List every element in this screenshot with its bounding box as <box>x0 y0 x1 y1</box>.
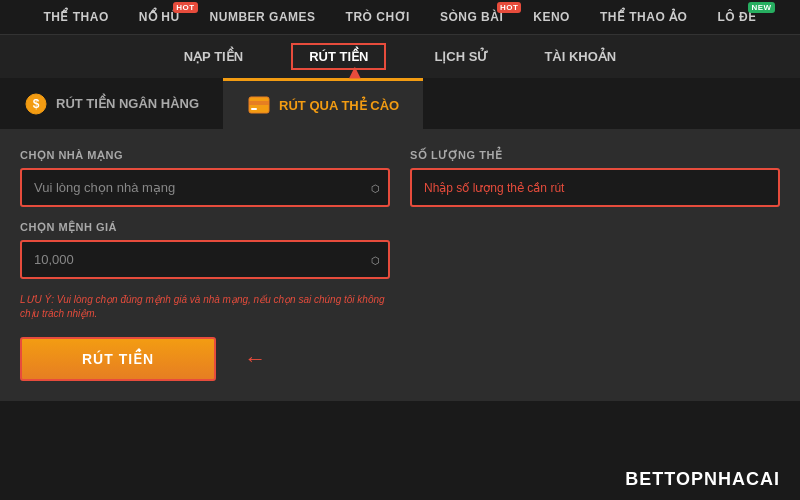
svg-rect-3 <box>249 101 269 105</box>
card-icon <box>247 93 271 117</box>
nha-mang-group: CHỌN NHÀ MẠNG Vui lòng chọn nhà mạng Vie… <box>20 149 390 207</box>
svg-rect-4 <box>251 108 257 110</box>
so-luong-input[interactable] <box>410 168 780 207</box>
main-content: $ RÚT TIỀN NGÂN HÀNG RÚT QUA THẺ CÀO CHỌ… <box>0 78 800 401</box>
nav-song-bai[interactable]: SÒNG BÀI HOT <box>440 10 503 24</box>
menh-gia-label: CHỌN MỆNH GIÁ <box>20 221 390 234</box>
subnav-lich-su[interactable]: LỊCH SỬ <box>426 45 496 68</box>
sub-navigation: NẠP TIỀN RÚT TIỀN LỊCH SỬ TÀI KHOẢN <box>0 35 800 78</box>
hot-badge: HOT <box>173 2 197 13</box>
watermark: BETTOPNHACAI <box>625 469 780 490</box>
form-note: LƯU Ý: Vui lòng chọn đúng mệnh giá và nh… <box>20 293 390 321</box>
form-left: CHỌN NHÀ MẠNG Vui lòng chọn nhà mạng Vie… <box>20 149 390 381</box>
subnav-nap-tien[interactable]: NẠP TIỀN <box>176 45 251 68</box>
submit-button[interactable]: RÚT TIỀN <box>20 337 216 381</box>
so-luong-label: SỐ LƯỢNG THẺ <box>410 149 780 162</box>
nav-lo-de[interactable]: LÔ ĐỀ NEW <box>717 10 756 24</box>
nav-tro-choi[interactable]: TRÒ CHƠI <box>346 10 410 24</box>
nav-keno[interactable]: KENO <box>533 10 570 24</box>
new-badge: NEW <box>748 2 774 13</box>
menh-gia-select[interactable]: 10,000 20,000 50,000 100,000 <box>20 240 390 279</box>
nha-mang-select-wrapper: Vui lòng chọn nhà mạng Viettel Vinaphone… <box>20 168 390 207</box>
menh-gia-select-wrapper: 10,000 20,000 50,000 100,000 <box>20 240 390 279</box>
form-right: SỐ LƯỢNG THẺ <box>410 149 780 381</box>
menh-gia-group: CHỌN MỆNH GIÁ 10,000 20,000 50,000 100,0… <box>20 221 390 279</box>
arrow-annotation-button: ← <box>244 346 266 372</box>
hot-badge-2: HOT <box>497 2 521 13</box>
payment-tabs: $ RÚT TIỀN NGÂN HÀNG RÚT QUA THẺ CÀO <box>0 78 800 129</box>
subnav-rut-tien[interactable]: RÚT TIỀN <box>291 43 386 70</box>
nav-the-thao[interactable]: THỂ THAO <box>43 10 108 24</box>
so-luong-group: SỐ LƯỢNG THẺ <box>410 149 780 207</box>
tab-the-cao[interactable]: RÚT QUA THẺ CÀO <box>223 78 423 129</box>
tab-the-cao-label: RÚT QUA THẺ CÀO <box>279 98 399 113</box>
bank-icon: $ <box>24 92 48 116</box>
nav-no-hu[interactable]: NỔ HŨ HOT <box>139 10 180 24</box>
svg-text:$: $ <box>33 97 40 111</box>
nha-mang-label: CHỌN NHÀ MẠNG <box>20 149 390 162</box>
watermark-text: BETTOPNHACAI <box>625 469 780 489</box>
nha-mang-select[interactable]: Vui lòng chọn nhà mạng Viettel Vinaphone… <box>20 168 390 207</box>
tab-ngan-hang[interactable]: $ RÚT TIỀN NGÂN HÀNG <box>0 78 223 129</box>
tab-ngan-hang-label: RÚT TIỀN NGÂN HÀNG <box>56 96 199 111</box>
nav-number-games[interactable]: NUMBER GAMES <box>210 10 316 24</box>
subnav-tai-khoan[interactable]: TÀI KHOẢN <box>536 45 624 68</box>
nav-the-thao-ao[interactable]: THỂ THAO ẢO <box>600 10 688 24</box>
form-area: CHỌN NHÀ MẠNG Vui lòng chọn nhà mạng Vie… <box>0 129 800 401</box>
top-navigation: THỂ THAO NỔ HŨ HOT NUMBER GAMES TRÒ CHƠI… <box>0 0 800 35</box>
